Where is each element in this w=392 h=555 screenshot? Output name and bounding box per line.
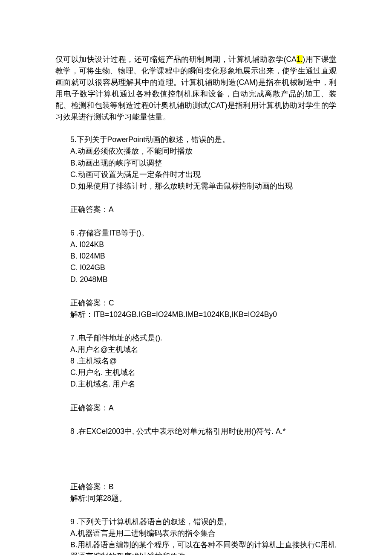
q5-answer: 正确答案：A — [70, 204, 337, 215]
question-7-answer: 正确答案：A — [70, 402, 337, 414]
q5-option-d: D.如果使用了排练计时，那么放映时无需单击鼠标控制动画的出现 — [70, 180, 337, 192]
question-5-answer: 正确答案：A — [70, 204, 337, 215]
q7-option-c: C.用户名. 主机域名 — [70, 367, 337, 378]
q7-option-d: D.主机域名. 用户名 — [70, 378, 337, 390]
q8-stem: 8 .在EXCeI2003中, 公式中表示绝对单元格引用时使用()符号. A.* — [70, 426, 337, 437]
question-8-answer: 正确答案：B 解析:同第28题。 — [70, 481, 337, 504]
question-5: 5.下列关于PowerPoint动画的叙述，错误的是。 A.动画必须依次播放，不… — [70, 134, 337, 192]
document-page: 仅可以加快设计过程，还可缩短产品的研制周期，计算机辅助教学(CA1.)用下课堂教… — [0, 0, 392, 555]
q7-option-a: A.用户名@主机域名 — [70, 344, 337, 355]
q7-answer: 正确答案：A — [70, 402, 337, 414]
q9-option-b: B.用机器语言编制的某个程序，可以在各种不同类型的计算机上直接执行C用机器语言编… — [70, 539, 337, 555]
intro-highlight: 1. — [297, 55, 303, 64]
q7-stem: 7 .电子邮件地址的格式是(). — [70, 332, 337, 344]
question-8: 8 .在EXCeI2003中, 公式中表示绝对单元格引用时使用()符号. A.* — [70, 426, 337, 437]
intro-paragraph: 仅可以加快设计过程，还可缩短产品的研制周期，计算机辅助教学(CA1.)用下课堂教… — [55, 54, 337, 123]
q6-explain: 解析：ITB=1024GB.IGB=IO24MB.IMB=1024KB,IKB=… — [70, 309, 337, 320]
question-6: 6 .存储容量ITB等于()。 A. I024KB B. I024MB C. I… — [70, 227, 337, 285]
q8-explain: 解析:同第28题。 — [70, 493, 337, 504]
blank-gap — [55, 449, 337, 481]
q6-option-c: C. I024GB — [70, 262, 337, 273]
question-9: 9 .下列关于计算机机器语言的叙述，错误的是, A.机器语言是用二进制编码表示的… — [70, 516, 337, 555]
q6-option-a: A. I024KB — [70, 239, 337, 250]
q5-option-b: B.动画出现的峡序可以调整 — [70, 157, 337, 169]
q9-stem: 9 .下列关于计算机机器语言的叙述，错误的是, — [70, 516, 337, 528]
q6-option-d: D. 2048MB — [70, 274, 337, 285]
q6-option-b: B. I024MB — [70, 250, 337, 262]
intro-text-b: )用下课堂教学，可将生物、物理、化学课程中的瞬间变化形象地展示出来，使学生通过直… — [55, 55, 337, 122]
q7-option-b: 8 .主机域名@ — [70, 355, 337, 367]
q5-stem: 5.下列关于PowerPoint动画的叙述，错误的是。 — [70, 134, 337, 145]
q5-option-a: A.动画必须依次播放，不能同时播放 — [70, 145, 337, 157]
q5-option-c: C.动画可设置为满足一定条件时才出现 — [70, 169, 337, 180]
question-6-answer: 正确答案：C 解析：ITB=1024GB.IGB=IO24MB.IMB=1024… — [70, 297, 337, 320]
q9-option-a: A.机器语言是用二进制编码表示的指令集合 — [70, 528, 337, 539]
q6-stem: 6 .存储容量ITB等于()。 — [70, 227, 337, 239]
q8-answer: 正确答案：B — [70, 481, 337, 493]
intro-text-a: 仅可以加快设计过程，还可缩短产品的研制周期，计算机辅助教学(CA — [55, 55, 297, 64]
question-7: 7 .电子邮件地址的格式是(). A.用户名@主机域名 8 .主机域名@ C.用… — [70, 332, 337, 390]
q6-answer: 正确答案：C — [70, 297, 337, 309]
